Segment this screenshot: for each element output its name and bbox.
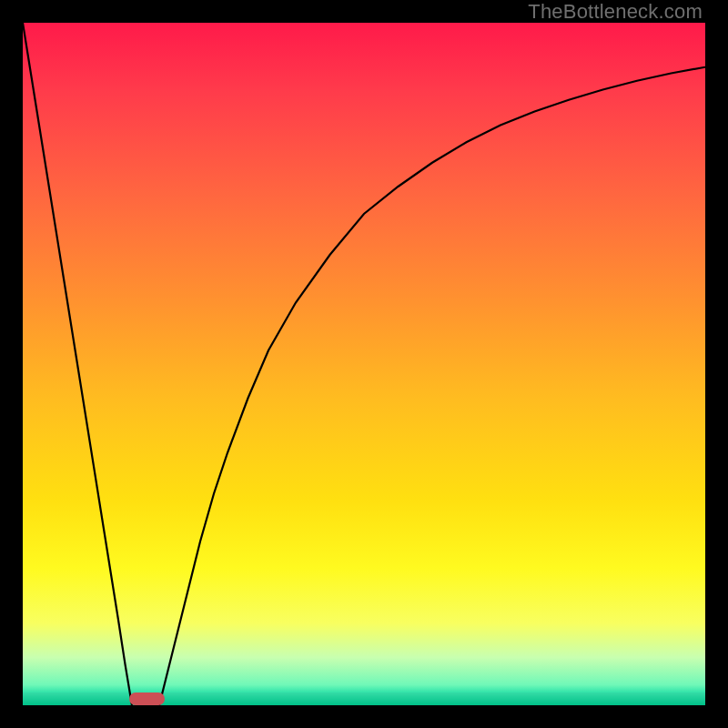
- chart-frame: TheBottleneck.com: [0, 0, 728, 728]
- curves-svg: [23, 23, 705, 705]
- curve-right: [159, 67, 705, 705]
- curve-left: [23, 23, 132, 705]
- watermark-text: TheBottleneck.com: [528, 0, 703, 24]
- plot-area: [23, 23, 705, 705]
- optimum-marker: [129, 693, 165, 705]
